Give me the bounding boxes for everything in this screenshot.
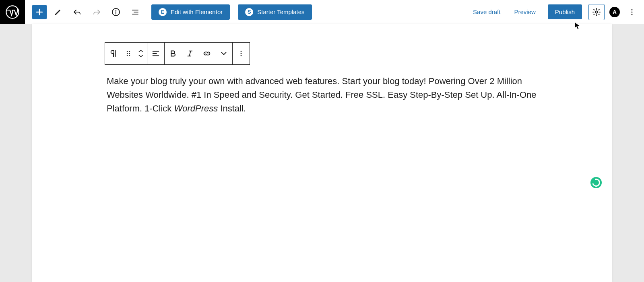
svg-point-6 [632, 14, 633, 15]
align-left-icon [151, 49, 160, 58]
italic-button[interactable] [182, 43, 198, 64]
starter-templates-label: Starter Templates [257, 8, 304, 15]
plus-icon [35, 7, 44, 17]
wordpress-icon [6, 5, 19, 19]
move-down-button[interactable] [138, 54, 144, 58]
svg-point-7 [127, 51, 128, 52]
paragraph-text-italic: WordPress [174, 103, 218, 113]
wordpress-logo[interactable] [0, 0, 25, 24]
preview-button[interactable]: Preview [508, 5, 541, 19]
save-draft-button[interactable]: Save draft [467, 5, 506, 19]
elementor-icon: E [159, 8, 167, 16]
editor-top-bar: E Edit with Elementor S Starter Template… [0, 0, 644, 24]
astra-icon: A [613, 9, 617, 15]
more-vertical-icon [628, 8, 636, 16]
align-button[interactable] [147, 43, 164, 64]
edit-with-elementor-button[interactable]: E Edit with Elementor [151, 4, 230, 20]
move-up-button[interactable] [138, 49, 144, 53]
svg-point-4 [632, 9, 633, 10]
editor-canvas: Make your blog truly your own with advan… [0, 24, 644, 282]
bold-button[interactable] [165, 43, 182, 64]
redo-button[interactable] [89, 4, 105, 20]
chevron-up-icon [138, 49, 144, 53]
gear-icon [592, 8, 601, 16]
info-button[interactable] [108, 4, 124, 20]
paragraph-text-pre: Make your blog truly your own with advan… [107, 76, 537, 113]
svg-point-13 [241, 51, 242, 52]
italic-icon [186, 49, 194, 58]
pencil-icon [53, 7, 63, 17]
edit-mode-button[interactable] [50, 4, 66, 20]
move-buttons [135, 49, 147, 58]
svg-point-9 [127, 53, 128, 54]
separator-block [115, 34, 529, 34]
svg-point-12 [129, 55, 130, 56]
link-icon [202, 49, 211, 58]
svg-point-10 [129, 53, 130, 54]
edit-with-elementor-label: Edit with Elementor [171, 8, 223, 15]
settings-button[interactable] [588, 4, 605, 20]
drag-icon [124, 49, 133, 58]
paragraph-block[interactable]: Make your blog truly your own with advan… [107, 74, 537, 115]
svg-point-3 [595, 11, 598, 13]
toolbar-left: E Edit with Elementor S Starter Template… [25, 4, 312, 20]
svg-point-14 [241, 53, 242, 54]
svg-point-8 [129, 51, 130, 52]
block-type-button[interactable] [105, 43, 122, 64]
list-view-icon [130, 7, 140, 17]
undo-button[interactable] [69, 4, 85, 20]
toolbar-right: Save draft Preview Publish A [467, 4, 644, 20]
more-vertical-icon [237, 49, 246, 58]
block-toolbar [105, 42, 250, 65]
publish-button[interactable]: Publish [548, 4, 582, 19]
paragraph-icon [109, 49, 118, 58]
more-options-button[interactable] [625, 4, 639, 20]
chevron-down-icon [138, 54, 144, 58]
undo-icon [72, 7, 82, 17]
starter-templates-button[interactable]: S Starter Templates [238, 4, 312, 20]
svg-point-5 [632, 11, 633, 12]
grammarly-widget[interactable] [590, 177, 602, 188]
chevron-down-icon [219, 49, 228, 58]
bold-icon [169, 49, 178, 58]
paragraph-text-post: Install. [218, 103, 246, 113]
more-rich-text-button[interactable] [215, 43, 232, 64]
link-button[interactable] [198, 43, 215, 64]
svg-point-15 [241, 55, 242, 56]
add-block-button[interactable] [32, 5, 47, 19]
svg-point-11 [127, 55, 128, 56]
list-view-button[interactable] [127, 4, 143, 20]
svg-point-2 [116, 10, 116, 10]
astra-button[interactable]: A [609, 7, 620, 17]
starter-templates-icon: S [245, 8, 253, 16]
block-more-options-button[interactable] [233, 43, 250, 64]
info-icon [111, 7, 121, 17]
redo-icon [92, 7, 101, 17]
drag-handle[interactable] [122, 43, 135, 64]
page-surface[interactable]: Make your blog truly your own with advan… [32, 24, 612, 282]
